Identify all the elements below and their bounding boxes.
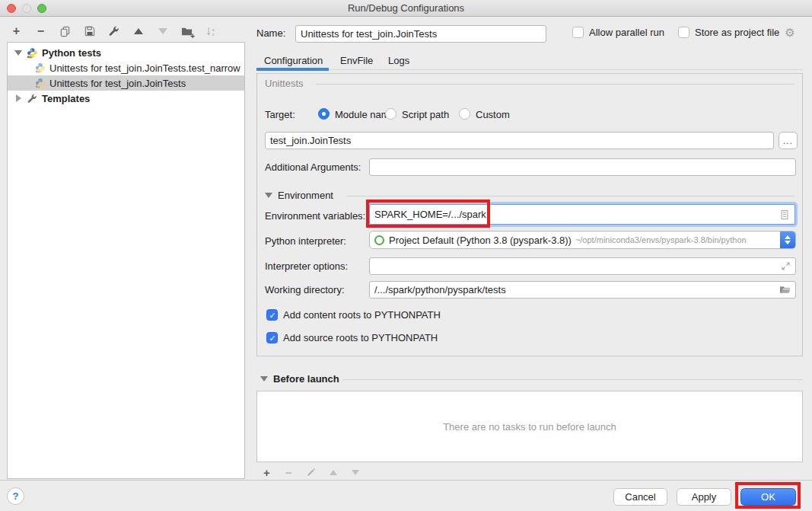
folder-icon[interactable] bbox=[779, 284, 791, 295]
radio-custom-label: Custom bbox=[476, 109, 510, 120]
gear-icon[interactable]: ⚙ bbox=[785, 27, 794, 38]
module-name-input[interactable]: test_join.JoinTests bbox=[265, 132, 774, 149]
python-interpreter-value: Project Default (Python 3.8 (pyspark-3.8… bbox=[389, 235, 572, 246]
name-label: Name: bbox=[256, 27, 285, 39]
working-directory-input[interactable]: /.../spark/python/pyspark/tests bbox=[369, 281, 796, 299]
help-button[interactable]: ? bbox=[7, 487, 24, 505]
python-interpreter-select[interactable]: Project Default (Python 3.8 (pyspark-3.8… bbox=[369, 231, 796, 249]
zoom-window-button[interactable] bbox=[37, 4, 46, 13]
working-directory-label: Working directory: bbox=[265, 284, 345, 295]
tree-row-unittest-jointests-selected[interactable]: Unittests for test_join.JoinTests bbox=[8, 75, 244, 91]
configurations-tree: Python tests Unittests for test_join.Joi… bbox=[7, 42, 245, 479]
chevron-down-icon[interactable] bbox=[14, 50, 23, 56]
checkbox-checked[interactable] bbox=[266, 309, 278, 321]
interpreter-options-label: Interpreter options: bbox=[265, 260, 348, 272]
edit-templates-icon[interactable] bbox=[107, 25, 120, 38]
radio-script-path[interactable] bbox=[385, 108, 396, 120]
configurations-toolbar: + − + az bbox=[10, 24, 218, 39]
before-launch-rule bbox=[342, 379, 803, 380]
move-task-down-icon bbox=[349, 466, 361, 479]
radio-script-path-label: Script path bbox=[402, 109, 449, 120]
target-label: Target: bbox=[265, 109, 295, 120]
tree-item-label: Unittests for test_join.JoinTests bbox=[49, 78, 186, 89]
sort-alphabetically-icon: az bbox=[205, 25, 218, 38]
move-up-icon[interactable] bbox=[132, 25, 145, 38]
tab-logs[interactable]: Logs bbox=[388, 52, 409, 70]
environment-section-header[interactable]: Environment bbox=[265, 190, 333, 201]
environment-section-label: Environment bbox=[278, 190, 333, 201]
wrench-icon bbox=[26, 94, 39, 104]
edit-variables-icon[interactable] bbox=[779, 209, 790, 220]
chevron-right-icon[interactable] bbox=[14, 94, 23, 102]
cancel-button[interactable]: Cancel bbox=[613, 488, 667, 506]
tree-row-unittest-narrow[interactable]: Unittests for test_join.JoinTests.test_n… bbox=[8, 60, 244, 75]
name-input[interactable]: Unittests for test_join.JoinTests bbox=[295, 25, 546, 43]
expand-field-icon[interactable] bbox=[781, 261, 791, 271]
add-configuration-icon[interactable]: + bbox=[10, 25, 23, 38]
python-test-icon bbox=[33, 62, 46, 73]
chevron-down-icon[interactable] bbox=[265, 193, 272, 198]
radio-module-name[interactable] bbox=[318, 108, 330, 120]
python-test-icon bbox=[33, 78, 46, 88]
store-as-project-file-label: Store as project file bbox=[695, 27, 779, 38]
new-folder-icon[interactable]: + bbox=[180, 25, 193, 38]
edit-task-icon bbox=[304, 466, 317, 479]
interpreter-options-input[interactable] bbox=[369, 257, 796, 275]
module-name-value: test_join.JoinTests bbox=[270, 135, 351, 146]
tree-item-label: Templates bbox=[42, 93, 90, 104]
move-down-icon bbox=[156, 25, 169, 38]
python-interpreter-path: ~/opt/miniconda3/envs/pyspark-3.8/bin/py… bbox=[575, 235, 747, 244]
checkbox-checked[interactable] bbox=[266, 332, 278, 343]
working-directory-value: /.../spark/python/pyspark/tests bbox=[374, 284, 506, 295]
tree-item-label: Python tests bbox=[42, 47, 101, 59]
environment-variables-input[interactable]: SPARK_HOME=/.../spark bbox=[369, 204, 795, 225]
before-launch-task-list: There are no tasks to run before launch bbox=[256, 391, 803, 462]
checkbox-unchecked[interactable] bbox=[572, 27, 584, 38]
add-content-roots-label: Add content roots to PYTHONPATH bbox=[283, 309, 441, 321]
additional-arguments-input[interactable] bbox=[369, 158, 796, 176]
minimize-window-button bbox=[22, 4, 31, 13]
group-title-rule bbox=[315, 84, 794, 85]
add-content-roots-checkbox[interactable]: Add content roots to PYTHONPATH bbox=[266, 309, 441, 321]
svg-text:z: z bbox=[212, 31, 214, 37]
apply-button[interactable]: Apply bbox=[677, 488, 731, 506]
allow-parallel-run-label: Allow parallel run bbox=[589, 27, 664, 38]
conda-environment-icon bbox=[374, 235, 384, 245]
dialog-footer: ? Cancel Apply OK bbox=[0, 480, 812, 511]
unittests-group-box: Unittests Target: Module name Script pat… bbox=[256, 73, 803, 356]
checkbox-unchecked[interactable] bbox=[678, 27, 689, 38]
name-value: Unittests for test_join.JoinTests bbox=[301, 28, 437, 40]
browse-button[interactable]: ... bbox=[779, 132, 798, 149]
environment-variables-label: Environment variables: bbox=[265, 210, 365, 222]
close-window-button[interactable] bbox=[7, 4, 16, 13]
tree-row-python-tests[interactable]: Python tests bbox=[8, 45, 244, 60]
add-source-roots-label: Add source roots to PYTHONPATH bbox=[283, 332, 438, 343]
store-as-project-file-checkbox[interactable]: Store as project file ⚙ bbox=[678, 27, 795, 38]
combo-stepper-icon[interactable] bbox=[780, 231, 795, 249]
ok-button[interactable]: OK bbox=[740, 488, 796, 506]
configuration-form: Name: Unittests for test_join.JoinTests … bbox=[256, 0, 812, 480]
active-tab-underline bbox=[256, 68, 329, 71]
radio-custom[interactable] bbox=[459, 108, 470, 120]
move-task-up-icon bbox=[326, 466, 339, 479]
tree-item-label: Unittests for test_join.JoinTests.test_n… bbox=[49, 62, 240, 74]
remove-configuration-icon[interactable]: − bbox=[34, 25, 47, 38]
group-title: Unittests bbox=[265, 78, 304, 89]
save-configuration-icon[interactable] bbox=[83, 25, 96, 38]
allow-parallel-run-checkbox[interactable]: Allow parallel run bbox=[572, 27, 664, 38]
no-tasks-message: There are no tasks to run before launch bbox=[443, 421, 616, 433]
before-launch-section-header[interactable]: Before launch bbox=[260, 373, 339, 385]
before-launch-toolbar: + − bbox=[260, 465, 361, 479]
remove-task-icon: − bbox=[282, 466, 295, 479]
tab-strip-divider bbox=[256, 69, 803, 70]
chevron-down-icon[interactable] bbox=[260, 376, 268, 382]
additional-arguments-label: Additional Arguments: bbox=[265, 161, 361, 173]
copy-configuration-icon[interactable] bbox=[59, 25, 72, 38]
python-tests-icon bbox=[26, 47, 39, 59]
python-interpreter-label: Python interpreter: bbox=[265, 235, 346, 247]
before-launch-label: Before launch bbox=[273, 373, 339, 385]
tree-row-templates[interactable]: Templates bbox=[8, 91, 244, 106]
add-task-icon[interactable]: + bbox=[260, 466, 273, 479]
add-source-roots-checkbox[interactable]: Add source roots to PYTHONPATH bbox=[266, 332, 438, 343]
tab-envfile[interactable]: EnvFile bbox=[340, 52, 373, 70]
